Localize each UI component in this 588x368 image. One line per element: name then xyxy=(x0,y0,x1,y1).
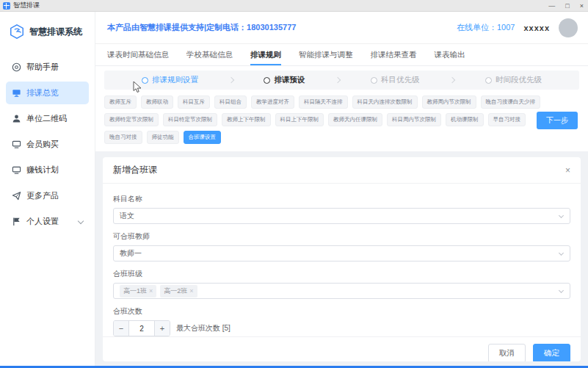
step-circle-icon xyxy=(264,77,270,84)
step-subject-priority[interactable]: 科目优先级 xyxy=(371,75,420,85)
rule-chip-evening-study-day-reduction[interactable]: 晚自习接课白天少排 xyxy=(481,95,541,109)
tab-timetable-time-info[interactable]: 课表时间基础信息 xyxy=(107,44,169,65)
class-tag: 高一2班 × xyxy=(160,285,197,297)
remove-tag-icon[interactable]: × xyxy=(189,287,193,295)
class-tag-label: 高一1班 xyxy=(123,286,147,296)
app-logo: 智慧排课系统 xyxy=(0,21,95,53)
subject-name-select[interactable]: 语文 xyxy=(113,208,570,224)
online-units: 在线单位：1007 xyxy=(457,22,515,33)
rule-chip-teacher-weekly-period-limit[interactable]: 教师周内节次限制 xyxy=(422,95,476,109)
sidebar-item-label: 个人设置 xyxy=(26,216,59,227)
decrement-button[interactable]: − xyxy=(114,321,128,336)
send-icon xyxy=(12,191,21,201)
confirm-button[interactable]: 确定 xyxy=(533,344,570,361)
rule-chip-teacher-specific-period-limit[interactable]: 教师特定节次限制 xyxy=(104,113,159,126)
tab-scheduling-rules[interactable]: 排课规则 xyxy=(250,44,281,65)
chevron-down-icon xyxy=(559,213,564,218)
step-indicator: 排课规则设置 排课预设 科目优先级 时间段优先级 xyxy=(104,71,579,90)
class-tag: 高一1班 × xyxy=(120,285,156,297)
sidebar-item-more-products[interactable]: 更多产品 xyxy=(6,184,89,207)
rule-chip-mentor-function[interactable]: 师徒功能 xyxy=(147,131,179,144)
maximize-button[interactable]: □ xyxy=(565,1,569,11)
tab-school-basic-info[interactable]: 学校基础信息 xyxy=(186,44,233,65)
avatar[interactable] xyxy=(559,18,578,37)
window-title: 智慧排课 xyxy=(13,1,40,10)
chevron-down-icon xyxy=(78,218,84,224)
close-button[interactable]: × xyxy=(580,1,584,11)
sidebar-item-personal-settings[interactable]: 个人设置 xyxy=(6,210,89,233)
sidebar-item-label: 更多产品 xyxy=(26,190,59,201)
subject-name-value: 语文 xyxy=(120,211,134,221)
chevron-right-icon xyxy=(449,77,455,83)
increment-button[interactable]: + xyxy=(155,321,170,336)
next-step-button[interactable]: 下一步 xyxy=(537,112,578,129)
monitor-icon xyxy=(12,88,21,98)
rule-chip-flexible-class-limit[interactable]: 机动课限制 xyxy=(446,113,484,126)
main-tabbar: 课表时间基础信息 学校基础信息 排课规则 智能排课与调整 排课结果查看 课表输出 xyxy=(95,44,588,66)
sidebar-item-label: 赚钱计划 xyxy=(26,165,59,176)
help-icon xyxy=(12,62,21,72)
rules-panel: 排课规则设置 排课预设 科目优先级 时间段优先级 教师互斥 教师联动 科目互斥 … xyxy=(95,66,588,151)
step-rule-settings[interactable]: 排课规则设置 xyxy=(142,75,198,85)
rule-chip-subject-specific-period-limit[interactable]: 科目特定节次限制 xyxy=(163,113,217,126)
rule-chip-combined-class-settings[interactable]: 合班课设置 xyxy=(184,131,222,144)
minimize-button[interactable]: — xyxy=(548,1,555,11)
online-units-label: 在线单位： xyxy=(457,23,497,32)
step-timeslot-priority[interactable]: 时间段优先级 xyxy=(485,75,542,85)
rule-chip-evening-study-link[interactable]: 晚自习对接 xyxy=(104,131,142,144)
rule-chip-teacher-daily-class-limit[interactable]: 教师天内任课限制 xyxy=(328,113,382,126)
sidebar-item-member-purchase[interactable]: 会员购买 xyxy=(6,133,89,156)
tab-timetable-output[interactable]: 课表输出 xyxy=(435,44,465,65)
user-icon xyxy=(12,114,21,123)
step-schedule-preset[interactable]: 排课预设 xyxy=(264,75,305,85)
add-combined-class-panel: 新增合班课 × 科目名称 语文 可合班教师 教师一 合班班级 高一1班 xyxy=(103,157,581,361)
chevron-right-icon xyxy=(228,77,233,83)
max-combine-count-hint: 最大合班次数 [5] xyxy=(176,323,231,333)
sidebar-item-label: 排课总览 xyxy=(26,87,59,98)
rule-chip-teacher-mutex[interactable]: 教师互斥 xyxy=(104,95,137,109)
combinable-teacher-select[interactable]: 教师一 xyxy=(113,245,570,261)
app-title: 智慧排课系统 xyxy=(29,26,82,38)
logo-icon xyxy=(9,24,25,40)
tab-smart-scheduling[interactable]: 智能排课与调整 xyxy=(299,44,353,65)
chevron-right-icon xyxy=(335,77,341,83)
online-units-count: 1007 xyxy=(497,23,515,32)
rule-chip-teacher-ampm-limit[interactable]: 教师上下午限制 xyxy=(222,113,271,126)
monitor-icon xyxy=(12,140,21,149)
rule-chip-subject-combo[interactable]: 科目组合 xyxy=(214,95,247,109)
chevron-down-icon xyxy=(559,288,564,293)
combine-count-label: 合班次数 xyxy=(113,306,570,317)
close-icon[interactable]: × xyxy=(565,166,570,175)
sidebar: 智慧排课系统 帮助手册 排课总览 单位二维码 会员购买 赚钱计划 更多产品 xyxy=(0,12,95,366)
rule-chip-progress-align[interactable]: 教学进度对齐 xyxy=(251,95,294,109)
rule-chip-teacher-link[interactable]: 教师联动 xyxy=(141,95,173,109)
step-circle-icon xyxy=(371,77,377,84)
sidebar-item-label: 会员购买 xyxy=(26,139,59,150)
rule-chip-daily-consecutive-limit[interactable]: 科目天内连排次数限制 xyxy=(352,95,418,109)
sidebar-item-unit-qrcode[interactable]: 单位二维码 xyxy=(6,107,89,130)
cancel-button[interactable]: 取消 xyxy=(488,344,526,361)
sidebar-item-earning-plan[interactable]: 赚钱计划 xyxy=(6,159,89,181)
subject-name-label: 科目名称 xyxy=(113,194,570,204)
tab-schedule-result[interactable]: 排课结果查看 xyxy=(371,44,417,65)
rule-chip-no-consecutive-days[interactable]: 科目隔天不连排 xyxy=(299,95,348,109)
combine-count-value[interactable]: 2 xyxy=(128,321,155,336)
combined-classes-label: 合班班级 xyxy=(113,269,570,279)
step-circle-icon xyxy=(142,77,148,84)
window-titlebar: 智慧排课 — □ × xyxy=(0,0,588,12)
rule-chip-subject-ampm-limit[interactable]: 科目上下午限制 xyxy=(275,113,324,126)
flag-icon xyxy=(12,217,21,226)
rule-chip-list: 教师互斥 教师联动 科目互斥 科目组合 教学进度对齐 科目隔天不连排 科目天内连… xyxy=(104,95,545,144)
panel-title: 新增合班课 xyxy=(113,164,157,176)
remove-tag-icon[interactable]: × xyxy=(149,287,153,295)
step-circle-icon xyxy=(485,77,492,84)
rule-chip-subject-mutex[interactable]: 科目互斥 xyxy=(178,95,210,109)
class-tag-label: 高一2班 xyxy=(164,286,187,296)
rule-chip-morning-study-link[interactable]: 早自习对接 xyxy=(488,113,526,126)
sidebar-item-label: 帮助手册 xyxy=(26,62,59,73)
rule-chip-subject-weekly-period-limit[interactable]: 科目周内节次限制 xyxy=(387,113,441,126)
combined-classes-select[interactable]: 高一1班 × 高一2班 × xyxy=(113,283,570,299)
chevron-down-icon xyxy=(559,250,564,256)
sidebar-item-help-manual[interactable]: 帮助手册 xyxy=(6,56,89,79)
sidebar-item-schedule-overview[interactable]: 排课总览 xyxy=(6,82,89,104)
